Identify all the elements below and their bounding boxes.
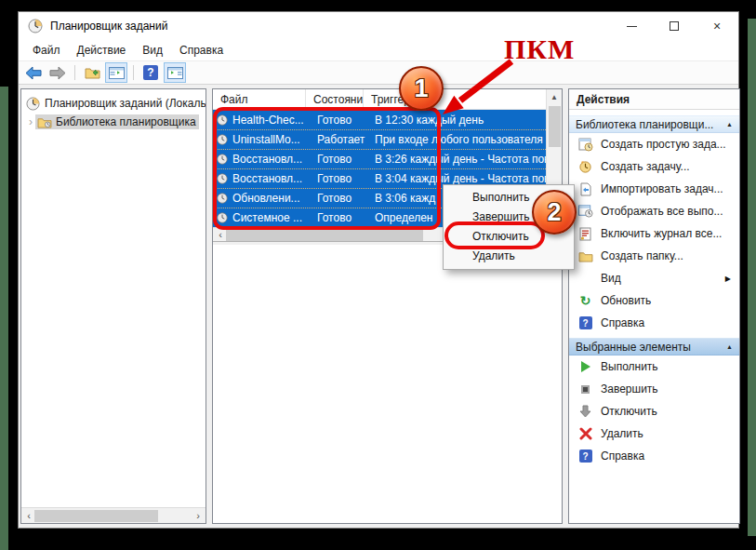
menu-action[interactable]: Действие <box>69 42 135 59</box>
menu-view[interactable]: Вид <box>134 42 171 59</box>
scrollbar-thumb[interactable] <box>226 229 423 241</box>
annotation-step-1-badge: 1 <box>399 66 444 111</box>
action-label: Завершить <box>601 382 658 396</box>
task-clock-icon <box>217 212 228 223</box>
folder-arrow-icon <box>85 66 100 79</box>
help-icon: ? <box>143 65 158 80</box>
show-action-pane-button[interactable] <box>164 62 186 83</box>
cell-trigger: В 3:26 каждый день - Частота пов <box>375 153 546 166</box>
action-delete[interactable]: Удалить <box>569 423 739 445</box>
window-controls: × <box>610 12 738 40</box>
cell-name: Health-Chec... <box>232 114 317 127</box>
action-create-basic-task[interactable]: Создать простую зада... <box>569 133 739 155</box>
annotation-step-2-badge: 2 <box>532 190 577 235</box>
toolbar: ? <box>19 60 738 85</box>
menu-help[interactable]: Справка <box>171 42 232 59</box>
section-header-library[interactable]: Библиотека планировщи... ▲ <box>569 115 739 133</box>
folder-clock-icon <box>37 116 52 128</box>
action-end[interactable]: Завершить <box>569 378 739 400</box>
action-label: Справка <box>601 316 644 329</box>
history-log-icon <box>577 226 593 241</box>
action-display-all-running[interactable]: Отображать все выпо... <box>569 200 739 222</box>
help-icon: ? <box>577 315 593 330</box>
forward-arrow-icon <box>49 66 66 80</box>
tree-root-label: Планировщик заданий (Локаль <box>45 97 206 110</box>
app-clock-icon <box>28 19 43 34</box>
action-create-folder[interactable]: Создать папку... <box>569 245 739 267</box>
menu-file[interactable]: Файл <box>24 42 69 59</box>
forward-button[interactable] <box>46 62 69 83</box>
scrollbar-thumb[interactable] <box>549 106 561 147</box>
action-pane-icon <box>167 67 183 79</box>
actions-pane: Действия Библиотека планировщи... ▲ Созд… <box>568 88 740 524</box>
running-tasks-icon <box>577 204 593 219</box>
cell-state: Готово <box>317 211 375 224</box>
cell-state: Готово <box>317 114 375 127</box>
back-arrow-icon <box>25 66 42 80</box>
context-menu-delete[interactable]: Удалить <box>444 247 574 266</box>
column-header-triggers[interactable]: Триггеры <box>364 89 546 109</box>
action-help[interactable]: ? Справка <box>569 312 739 334</box>
scroll-right-icon[interactable]: › <box>191 510 206 521</box>
action-refresh[interactable]: ↻ Обновить <box>569 289 739 312</box>
action-view-submenu[interactable]: Вид ▶ <box>569 267 739 289</box>
task-clock-icon <box>217 173 228 184</box>
toolbar-separator <box>133 65 134 80</box>
cell-state: Готово <box>317 153 375 166</box>
column-header-state[interactable]: Состояние <box>306 89 364 109</box>
action-label: Удалить <box>601 427 643 440</box>
console-window-icon <box>109 67 125 79</box>
cell-name: Восстановл... <box>232 172 317 185</box>
window-title: Планировщик заданий <box>50 20 167 33</box>
chevron-right-icon[interactable]: › <box>29 115 33 128</box>
action-disable[interactable]: Отключить <box>569 400 739 423</box>
collapse-up-icon[interactable]: ▲ <box>726 343 733 350</box>
maximize-button[interactable] <box>653 12 696 40</box>
action-label: Включить журнал все... <box>601 227 722 240</box>
action-label: Отображать все выпо... <box>601 205 723 218</box>
table-row[interactable]: Health-Chec... Готово В 12:30 каждый ден… <box>213 110 546 129</box>
action-import-task[interactable]: Импортировать задач... <box>569 178 739 200</box>
cell-name: UninstallMo... <box>232 133 317 146</box>
table-row[interactable]: Восстановл... Готово В 3:26 каждый день … <box>213 149 546 168</box>
column-header-file[interactable]: Файл <box>213 89 306 109</box>
scroll-up-icon[interactable]: ▲ <box>547 89 562 104</box>
delete-x-icon <box>577 426 593 441</box>
table-row[interactable]: UninstallMo... Работает При входе любого… <box>213 129 546 149</box>
stop-square-icon <box>577 382 593 396</box>
section-library-label: Библиотека планировщи... <box>576 118 713 131</box>
tree-item-scheduler-library[interactable]: › Библиотека планировщика <box>21 113 206 131</box>
action-create-task[interactable]: Создать задачу... <box>569 155 739 178</box>
action-run[interactable]: Выполнить <box>569 355 739 378</box>
refresh-icon: ↻ <box>577 293 593 308</box>
help-button[interactable]: ? <box>139 62 162 83</box>
export-list-button[interactable] <box>81 62 103 83</box>
cell-name: Системное ... <box>232 211 317 224</box>
task-clock-icon <box>577 159 593 174</box>
close-button[interactable]: × <box>696 12 738 40</box>
run-play-icon <box>577 359 593 374</box>
task-clock-icon <box>217 134 228 145</box>
task-details-pane <box>213 246 562 523</box>
task-clock-icon <box>217 154 228 165</box>
action-label: Создать простую зада... <box>601 138 726 151</box>
action-enable-history[interactable]: Включить журнал все... <box>569 222 739 245</box>
action-help-selected[interactable]: ? Справка <box>569 445 739 467</box>
action-label: Выполнить <box>601 360 658 373</box>
back-button[interactable] <box>22 62 45 83</box>
minimize-button[interactable] <box>610 12 653 40</box>
show-console-tree-button[interactable] <box>105 62 127 83</box>
collapse-up-icon[interactable]: ▲ <box>726 121 733 127</box>
wallpaper-edge-right <box>748 19 756 536</box>
scrollbar-thumb[interactable] <box>34 510 158 522</box>
task-clock-icon <box>217 114 228 126</box>
menu-bar: Файл Действие Вид Справка <box>19 40 738 60</box>
cell-state: Работает <box>317 133 375 146</box>
section-header-selected-items[interactable]: Выбранные элементы ▲ <box>569 338 739 355</box>
cell-trigger: В 12:30 каждый день <box>375 114 546 127</box>
action-label: Создать папку... <box>601 249 683 262</box>
wallpaper-edge-left <box>0 87 8 550</box>
tree-horizontal-scrollbar[interactable]: ‹ › <box>21 507 206 523</box>
tree-item-scheduler-root[interactable]: Планировщик заданий (Локаль <box>21 94 206 113</box>
cell-name: Обновлени... <box>232 192 317 205</box>
